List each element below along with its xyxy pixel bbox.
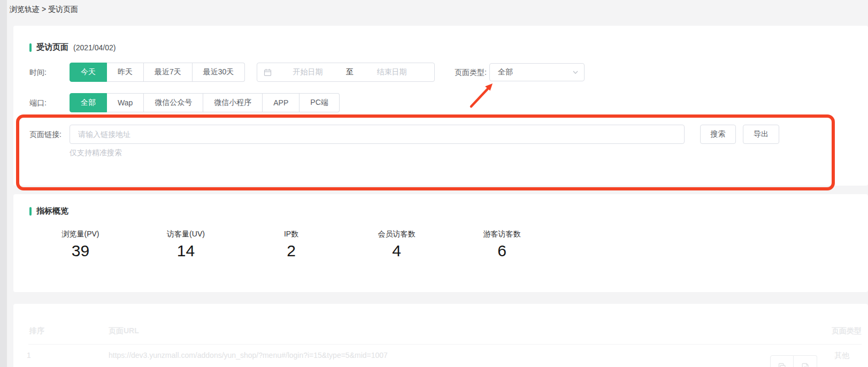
document-icon xyxy=(801,363,810,367)
table-header-divider xyxy=(28,344,862,345)
port-filter-wechat-miniprogram[interactable]: 微信小程序 xyxy=(203,93,263,112)
time-filter-group: 今天 昨天 最近7天 最近30天 xyxy=(70,63,245,82)
date-range-separator: 至 xyxy=(344,67,356,77)
visited-pages-card: 受访页面 (2021/04/02) 时间: 今天 昨天 最近7天 最近30天 开… xyxy=(13,26,868,186)
time-filter-last30days[interactable]: 最近30天 xyxy=(193,63,245,82)
search-button[interactable]: 搜索 xyxy=(700,125,736,144)
port-filter-all[interactable]: 全部 xyxy=(70,93,107,112)
page-link-label: 页面链接: xyxy=(29,125,62,144)
page-title: 受访页面 xyxy=(36,42,68,52)
section-accent-bar xyxy=(29,43,32,52)
page-type-selected-value: 全部 xyxy=(498,67,572,77)
time-filter-today[interactable]: 今天 xyxy=(70,63,107,82)
port-filter-label: 端口: xyxy=(29,93,47,112)
row-rank-cell: 1 xyxy=(27,351,31,360)
row-action-buttons xyxy=(770,355,817,367)
metrics-title-row: 指标概览 xyxy=(29,206,68,216)
port-filter-app[interactable]: APP xyxy=(263,93,299,112)
page-type-select[interactable]: 全部 xyxy=(489,63,585,81)
metric-ip: IP数 2 xyxy=(239,230,344,260)
end-date-input[interactable]: 结束日期 xyxy=(356,67,428,77)
metric-label: 浏览量(PV) xyxy=(28,230,133,239)
metric-value: 14 xyxy=(133,242,239,260)
time-filter-label: 时间: xyxy=(29,63,47,82)
url-table-card: 排序 页面URL 页面类型 1 https://dev3.yunzmall.co… xyxy=(13,304,868,367)
metric-value: 2 xyxy=(239,242,344,260)
metric-label: 访客量(UV) xyxy=(133,230,239,239)
metrics-row: 浏览量(PV) 39 访客量(UV) 14 IP数 2 会员访客数 4 游客访客… xyxy=(28,230,555,260)
export-button[interactable]: 导出 xyxy=(743,125,779,144)
port-filter-group: 全部 Wap 微信公众号 微信小程序 APP PC端 xyxy=(70,93,340,112)
time-filter-yesterday[interactable]: 昨天 xyxy=(107,63,144,82)
metric-uv: 访客量(UV) 14 xyxy=(133,230,239,260)
metric-value: 39 xyxy=(28,242,133,260)
column-header-rank: 排序 xyxy=(29,326,44,336)
row-type-cell: 其他 xyxy=(834,351,849,361)
metric-guest-visitors: 游客访客数 6 xyxy=(449,230,555,260)
breadcrumb: 浏览轨迹 > 受访页面 xyxy=(10,5,78,14)
port-filter-wechat-official[interactable]: 微信公众号 xyxy=(144,93,203,112)
page-link-input[interactable] xyxy=(70,125,685,144)
port-filter-pc[interactable]: PC端 xyxy=(299,93,339,112)
metric-value: 4 xyxy=(344,242,449,260)
copy-url-button[interactable] xyxy=(770,355,794,367)
page-type-label: 页面类型: xyxy=(436,63,487,82)
view-page-button[interactable] xyxy=(794,355,817,367)
search-hint: 仅支持精准搜索 xyxy=(70,148,122,158)
column-header-url: 页面URL xyxy=(109,326,139,336)
metric-pv: 浏览量(PV) 39 xyxy=(28,230,133,260)
metric-label: 会员访客数 xyxy=(344,230,449,239)
column-header-type: 页面类型 xyxy=(832,326,862,336)
sidebar-edge xyxy=(0,0,7,367)
calendar-icon xyxy=(264,68,272,77)
date-range-picker[interactable]: 开始日期 至 结束日期 xyxy=(257,63,435,82)
metric-label: 游客访客数 xyxy=(449,230,555,239)
metrics-title: 指标概览 xyxy=(36,206,68,216)
metrics-overview-card: 指标概览 浏览量(PV) 39 访客量(UV) 14 IP数 2 会员访客数 4… xyxy=(13,194,868,292)
section-accent-bar xyxy=(29,207,32,216)
metric-member-visitors: 会员访客数 4 xyxy=(344,230,449,260)
metric-value: 6 xyxy=(449,242,555,260)
copy-icon xyxy=(778,363,786,367)
chevron-down-icon xyxy=(572,69,579,75)
report-date: (2021/04/02) xyxy=(73,43,116,52)
time-filter-last7days[interactable]: 最近7天 xyxy=(144,63,193,82)
card-title-row: 受访页面 (2021/04/02) xyxy=(29,42,116,52)
start-date-input[interactable]: 开始日期 xyxy=(272,67,344,77)
row-url-cell: https://dev3.yunzmall.com/addons/yun_sho… xyxy=(109,351,388,360)
port-filter-wap[interactable]: Wap xyxy=(107,93,144,112)
visited-pages-report-page: 浏览轨迹 > 受访页面 受访页面 (2021/04/02) 时间: 今天 昨天 … xyxy=(0,0,868,367)
metric-label: IP数 xyxy=(239,230,344,239)
